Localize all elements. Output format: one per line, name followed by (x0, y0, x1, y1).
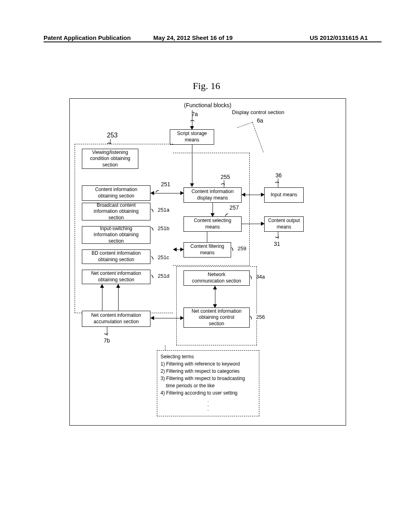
line-accum-up2 (118, 284, 119, 311)
page: Patent Application Publication May 24, 2… (0, 0, 413, 532)
text-bd-content: BD content information obtaining section (92, 250, 141, 263)
arrow-filter-right (180, 247, 184, 251)
text-net-content-control: Net content information obtaining contro… (192, 308, 242, 327)
text-content-info-display: Content information display means (192, 189, 234, 201)
text-content-selecting: Content selecting means (194, 218, 232, 230)
line-31 (278, 232, 278, 239)
figure-title: Fig. 16 (0, 81, 413, 91)
text-viewing-listening: Viewing/listening condition obtaining se… (90, 150, 130, 168)
arrow-filter-left (173, 247, 177, 251)
text-content-filtering: Content filtering means (190, 243, 224, 256)
arrow-accum-up2 (116, 284, 120, 288)
main-frame: (Functional blocks) 7a Display control s… (69, 98, 346, 426)
arrow-cio-left (150, 191, 154, 195)
box-bd-content: BD content information obtaining section (82, 249, 150, 264)
header-right: US 2012/0131615 A1 (310, 34, 368, 41)
box-net-content-accum: Net content information accumulation sec… (82, 311, 150, 327)
arrow-7a-down (190, 126, 194, 130)
arrow-cid-right (180, 191, 184, 195)
line-255 (224, 180, 224, 187)
header-left: Patent Application Publication (44, 34, 131, 41)
label-251d: 251d (157, 273, 170, 279)
block-title: (Functional blocks) (70, 102, 346, 108)
terms-heading: Selecting terms (161, 353, 256, 360)
line-7b (107, 327, 107, 336)
box-script-storage: Script storage means (170, 129, 214, 145)
arrow-cid-input-left (242, 193, 245, 197)
line-accum-up1 (102, 284, 102, 311)
box-content-output: Content output means (264, 216, 304, 232)
text-net-content-accum: Net content information accumulation sec… (91, 312, 141, 325)
header-rule (44, 42, 382, 42)
arrow-netcomm-down (213, 304, 217, 308)
text-broadcast-content: Broadcast content information obtaining … (94, 202, 138, 221)
terms-item4: 4) Filtering according to user setting (161, 389, 256, 397)
arrow-netcomm-up (213, 286, 217, 289)
text-net-content-obtaining: Net content information obtaining sectio… (91, 270, 141, 283)
label-253: 253 (106, 132, 119, 139)
label-259: 259 (237, 245, 247, 251)
terms-item3b: time periods or the like (161, 382, 256, 389)
box-viewing-listening: Viewing/listening condition obtaining se… (82, 149, 138, 169)
text-input-switching: Input-switching information obtaining se… (94, 226, 138, 245)
terms-item1: 1) Filtering with reference to keyword (161, 360, 256, 368)
box-input-means: Input means (264, 187, 304, 203)
arrow-accum-right (180, 316, 184, 320)
terms-item3: 3) Filtering with respect to broadcastin… (161, 375, 256, 382)
arrow-sel-out (261, 222, 265, 226)
box-content-info-display: Content information display means (184, 187, 242, 203)
arrow-accum-left (150, 316, 154, 320)
box-input-switching: Input-switching information obtaining se… (82, 226, 150, 244)
text-script-storage: Script storage means (177, 131, 207, 143)
box-content-selecting: Content selecting means (184, 216, 242, 232)
label-257: 257 (229, 204, 240, 211)
box-content-info-obtaining: Content information obtaining section (82, 185, 150, 201)
label-6a: 6a (256, 117, 264, 124)
arrow-accum-up1 (100, 284, 104, 288)
line-sel-filt (207, 232, 207, 242)
box-broadcast-content: Broadcast content information obtaining … (82, 203, 150, 220)
label-251b: 251b (157, 225, 170, 231)
label-251a: 251a (157, 207, 170, 213)
box-net-content-obtaining: Net content information obtaining sectio… (82, 270, 150, 284)
line-36 (278, 179, 278, 187)
arrow-cid-sel (211, 213, 215, 217)
box-selecting-terms: Selecting terms 1) Filtering with refere… (157, 350, 259, 416)
header-mid: May 24, 2012 Sheet 16 of 19 (153, 34, 233, 41)
terms-item2: 2) Filtering with respect to categories (161, 368, 256, 375)
label-251c: 251c (157, 254, 170, 260)
dashed-terms-connector (165, 345, 165, 350)
line-accum-ctrl (150, 318, 184, 318)
box-net-content-control: Net content information obtaining contro… (184, 308, 250, 328)
label-256: 256 (255, 314, 266, 320)
terms-dots: ... (161, 398, 256, 411)
box-content-filtering: Content filtering means (184, 242, 231, 258)
text-content-info-obtaining: Content information obtaining section (95, 187, 138, 199)
text-input-means: Input means (271, 192, 297, 198)
text-content-output: Content output means (268, 218, 300, 230)
line-cio-cid (150, 193, 184, 193)
label-display-control: Display control section (231, 109, 285, 115)
arrow-cid-input-right (261, 193, 265, 197)
label-251: 251 (160, 181, 171, 187)
